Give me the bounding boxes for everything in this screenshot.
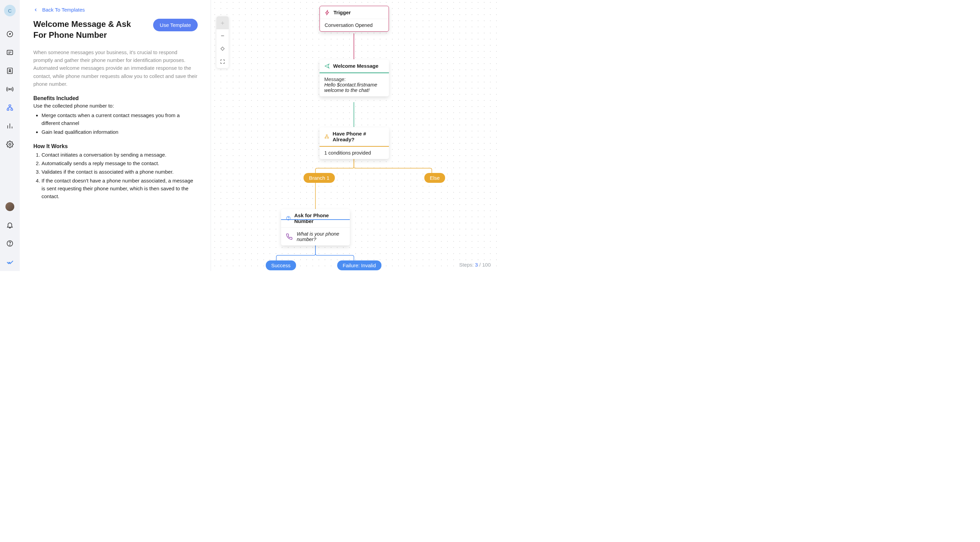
back-to-templates-link[interactable]: Back To Templates <box>33 7 198 13</box>
svg-point-3 <box>9 69 11 71</box>
send-icon <box>324 63 330 69</box>
help-icon[interactable] <box>6 240 14 247</box>
node-body-message: Hello $contact.firstname welcome to the … <box>324 82 384 93</box>
workflow-icon[interactable] <box>6 104 14 111</box>
list-item: Merge contacts when a current contact me… <box>41 111 198 128</box>
contacts-icon[interactable] <box>6 67 14 75</box>
trigger-node[interactable]: Trigger Conversation Opened <box>320 6 389 32</box>
list-item: Contact initiates a conversation by send… <box>41 151 198 159</box>
list-item: If the contact doesn't have a phone numb… <box>41 177 198 201</box>
dashboard-icon[interactable] <box>6 30 14 38</box>
node-title: Ask for Phone Number <box>294 212 345 224</box>
svg-rect-12 <box>326 135 327 136</box>
workspace-avatar[interactable]: C <box>4 5 16 16</box>
brand-checkmark-icon[interactable] <box>6 258 14 266</box>
svg-point-0 <box>10 34 11 35</box>
node-title: Trigger <box>334 10 351 15</box>
inbox-icon[interactable] <box>6 49 14 56</box>
template-title: Welcome Message & Ask For Phone Number <box>33 19 146 41</box>
list-item: Automatically sends a reply message to t… <box>41 159 198 167</box>
template-details-panel: Back To Templates Welcome Message & Ask … <box>20 0 211 271</box>
user-avatar[interactable] <box>5 202 14 211</box>
use-template-button[interactable]: Use Template <box>153 19 198 31</box>
branch-icon <box>324 134 329 139</box>
branch-1-label[interactable]: Branch 1 <box>304 173 335 183</box>
have-phone-branch-node[interactable]: Have Phone # Already? 1 conditions provi… <box>320 128 389 159</box>
svg-point-11 <box>221 47 224 50</box>
node-title: Welcome Message <box>333 63 379 69</box>
svg-point-10 <box>10 245 10 245</box>
chevron-left-icon <box>33 8 38 12</box>
zoom-controls: ＋ − <box>216 16 229 68</box>
question-icon <box>286 215 291 221</box>
phone-icon <box>286 233 293 240</box>
node-body-label: Message: <box>324 77 384 82</box>
zoom-in-button[interactable]: ＋ <box>216 16 229 29</box>
how-it-works-list: Contact initiates a conversation by send… <box>33 151 198 201</box>
svg-point-4 <box>9 89 11 90</box>
list-item: Gain lead qualification information <box>41 128 198 136</box>
steps-label: Steps: <box>459 262 474 268</box>
reports-icon[interactable] <box>6 122 14 130</box>
node-body-text: Conversation Opened <box>325 22 372 28</box>
steps-max: 100 <box>482 262 491 268</box>
template-description: When someone messages your business, it'… <box>33 48 198 88</box>
svg-rect-13 <box>325 137 326 138</box>
svg-rect-6 <box>7 109 9 111</box>
center-button[interactable] <box>216 42 229 55</box>
ask-phone-node[interactable]: Ask for Phone Number What is your phone … <box>281 209 350 245</box>
target-icon <box>220 46 225 51</box>
svg-rect-14 <box>327 137 329 138</box>
lightning-icon <box>325 10 330 15</box>
else-label[interactable]: Else <box>424 173 445 183</box>
workflow-canvas[interactable]: ＋ − Trigger Conversation Opened <box>211 0 500 271</box>
steps-counter: Steps: 3 / 100 <box>459 262 491 268</box>
svg-rect-1 <box>7 50 13 55</box>
failure-label[interactable]: Failure: Invalid <box>337 260 382 270</box>
fullscreen-button[interactable] <box>216 55 229 68</box>
benefits-list: Merge contacts when a current contact me… <box>33 111 198 136</box>
sidebar: C <box>0 0 20 271</box>
node-body-message: What is your phone number? <box>297 231 345 242</box>
node-title: Have Phone # Already? <box>333 131 384 142</box>
success-label[interactable]: Success <box>266 260 296 270</box>
svg-rect-7 <box>11 109 13 111</box>
settings-icon[interactable] <box>6 140 14 148</box>
notifications-icon[interactable] <box>6 221 14 229</box>
svg-rect-5 <box>9 105 11 107</box>
how-it-works-heading: How It Works <box>33 143 198 150</box>
back-link-label: Back To Templates <box>42 7 85 13</box>
zoom-out-button[interactable]: − <box>216 29 229 42</box>
list-item: Validates if the contact is associated w… <box>41 168 198 176</box>
broadcast-icon[interactable] <box>6 86 14 93</box>
benefits-heading: Benefits Included <box>33 95 198 102</box>
fullscreen-icon <box>220 59 225 64</box>
node-body-text: 1 conditions provided <box>324 150 371 156</box>
welcome-message-node[interactable]: Welcome Message Message: Hello $contact.… <box>320 60 389 96</box>
svg-point-8 <box>9 143 11 145</box>
benefits-subtext: Use the collected phone number to: <box>33 103 198 108</box>
